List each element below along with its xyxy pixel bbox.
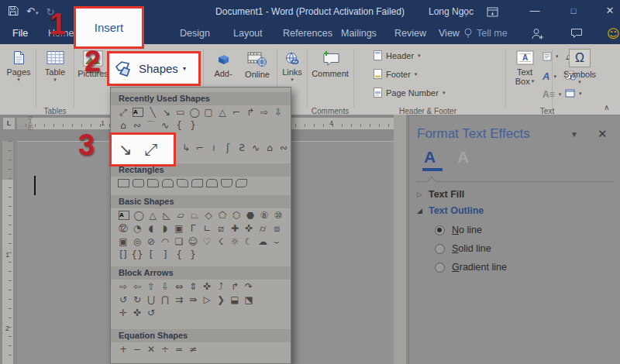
shape-block-arc[interactable]: ◠: [158, 235, 172, 248]
shape-round-same-side-corner-rectangle[interactable]: [206, 179, 218, 187]
shape-oval[interactable]: ◯: [132, 209, 146, 221]
shape-left-right-up-arrow[interactable]: ⤴: [214, 280, 228, 293]
shape-minus[interactable]: −: [130, 343, 144, 355]
object-button[interactable]: ▾: [565, 89, 582, 98]
tab-insert[interactable]: Insert: [95, 21, 124, 34]
addins-button[interactable]: Add-: [207, 52, 239, 78]
shape-curved-down-arrow[interactable]: ⋂: [158, 294, 172, 306]
shape-arc[interactable]: ⌒: [144, 119, 158, 132]
shape-quad-arrow-callout[interactable]: ✜: [130, 307, 144, 319]
shape-notched-right-arrow[interactable]: ⇛: [186, 294, 200, 306]
shape-line-double-arrow[interactable]: ⤢: [145, 140, 158, 159]
shape-arrow-left[interactable]: ⇦: [130, 280, 144, 293]
shape-elbow-arrow-connector[interactable]: ↱: [243, 106, 257, 118]
footer-button[interactable]: Footer ▾: [374, 69, 417, 79]
shape-parallelogram[interactable]: ▱: [174, 209, 188, 221]
shape-curved-right-arrow[interactable]: ↻: [130, 294, 144, 306]
shape-left-bracket[interactable]: [: [144, 249, 158, 261]
wordart-button[interactable]: A ▾: [542, 70, 556, 82]
shape-cross[interactable]: ✚: [228, 222, 242, 235]
shape-striped-right-arrow[interactable]: ⇉: [172, 294, 186, 306]
shape-curve[interactable]: ∿: [158, 119, 172, 132]
shape-bevel[interactable]: ▣: [116, 235, 130, 248]
radio-gradient-line[interactable]: Gradient line: [435, 262, 507, 273]
collapse-ribbon-icon[interactable]: ∧: [604, 103, 609, 112]
shapes-button[interactable]: Shapes: [139, 62, 178, 75]
pages-button[interactable]: Pages ▾: [3, 50, 34, 83]
shape-arc-2[interactable]: ⌣: [270, 235, 284, 248]
shape-quad-arrow[interactable]: ✜: [200, 280, 214, 293]
shape-scribble[interactable]: ∾: [277, 142, 291, 154]
shape-trapezoid[interactable]: ⏢: [188, 209, 202, 221]
shape-freeform[interactable]: ⌂: [116, 119, 130, 132]
user-account[interactable]: Long Ngọc: [429, 6, 474, 17]
shape-right-brace[interactable]: }: [186, 249, 200, 261]
shape-pie[interactable]: ◔: [130, 222, 144, 235]
shape-curved-up-arrow[interactable]: ⋃: [144, 294, 158, 306]
radio-button[interactable]: [435, 263, 445, 273]
shape-snip-same-side-corner-rectangle[interactable]: [162, 179, 174, 187]
panel-close-icon[interactable]: ✕: [598, 127, 608, 141]
tab-tell-me[interactable]: Tell me: [463, 28, 508, 39]
page-number-button[interactable]: Page Number ▾: [374, 88, 445, 98]
shape-cloud[interactable]: ☁: [256, 235, 270, 248]
shape-smiley-face[interactable]: ☺: [186, 235, 200, 248]
shape-frame[interactable]: ▣: [172, 222, 186, 235]
shape-equal[interactable]: =: [172, 343, 186, 355]
shape-curved-double-arrow-connector[interactable]: Ƨ: [235, 142, 249, 154]
radio-button[interactable]: [435, 225, 445, 235]
shape-plaque[interactable]: ✜: [242, 222, 256, 235]
shape-isosceles-triangle[interactable]: △: [146, 209, 160, 221]
share-person-icon[interactable]: [531, 28, 544, 43]
shape-arrow-down[interactable]: ⇩: [158, 280, 172, 293]
shape-half-frame[interactable]: Γ: [186, 222, 200, 235]
shape-not-equal[interactable]: ≠: [186, 343, 200, 355]
maximize-button[interactable]: □: [565, 6, 582, 15]
shape-curved-arrow-connector[interactable]: ʃ: [221, 142, 235, 154]
shape-u-turn-arrow[interactable]: ↷: [242, 280, 256, 293]
shape-regular-pentagon[interactable]: ⬠: [215, 209, 229, 221]
header-button[interactable]: Header ▾: [374, 50, 421, 60]
close-button[interactable]: ✕: [601, 5, 618, 16]
comment-bubble-icon[interactable]: [570, 28, 583, 42]
shape-sun[interactable]: ☼: [228, 235, 242, 248]
shape-circular-arrow[interactable]: ↺: [144, 307, 158, 319]
tab-layout[interactable]: Layout: [233, 28, 263, 39]
shape-no-symbol[interactable]: ⊘: [144, 235, 158, 248]
comment-button[interactable]: Comment: [309, 50, 351, 78]
tab-file[interactable]: File: [12, 28, 28, 39]
shape-curved-connector[interactable]: ≀: [207, 142, 221, 154]
shape-oval[interactable]: ◯: [188, 106, 202, 118]
shape-right-bracket[interactable]: ]: [158, 249, 172, 261]
shape-block-arrow-down[interactable]: ⇩: [271, 106, 285, 118]
shape-line-double-arrow[interactable]: ⤢: [116, 106, 130, 118]
drop-cap-button[interactable]: A≡ ▾: [542, 89, 561, 100]
shape-pentagon-arrow[interactable]: ▷: [200, 294, 214, 306]
shape-line-arrow[interactable]: ↘: [160, 106, 174, 118]
text-box-button[interactable]: A Text Box▾: [510, 50, 539, 86]
shape-diamond[interactable]: ◇: [202, 209, 215, 221]
radio-solid-line[interactable]: Solid line: [435, 243, 491, 254]
shape-folded-corner[interactable]: ❏: [172, 235, 186, 248]
shape-hexagon[interactable]: ⬡: [229, 209, 243, 221]
text-fill-section[interactable]: ▷ Text Fill: [417, 189, 464, 200]
shape-plus[interactable]: +: [116, 343, 130, 355]
shape-l-shape[interactable]: ∟: [200, 222, 214, 235]
shape-heptagon[interactable]: ⬣: [243, 209, 257, 221]
shape-lightning-bolt[interactable]: ☇: [214, 235, 228, 248]
shape-rectangle[interactable]: ▭: [174, 106, 188, 118]
table-button[interactable]: Table ▾: [39, 50, 71, 83]
shape-curved-left-arrow[interactable]: ↺: [116, 294, 130, 306]
shape-scribble[interactable]: ∾: [130, 119, 144, 132]
tab-mailings[interactable]: Mailings: [341, 28, 377, 39]
shape-round-diagonal-corner-rectangle[interactable]: [236, 179, 247, 187]
text-outline-section[interactable]: ◢ Text Outline: [417, 205, 484, 216]
tab-references[interactable]: References: [283, 28, 332, 39]
shape-line[interactable]: ╲: [146, 106, 160, 118]
shape-line-arrow[interactable]: ↘: [119, 140, 133, 159]
tab-design[interactable]: Design: [180, 28, 210, 39]
shape-elbow-arrow-connector[interactable]: ↳: [179, 142, 193, 154]
shape-freeform[interactable]: ⌂: [263, 142, 277, 154]
shape-double-brace[interactable]: {}: [130, 249, 144, 261]
shape-decagon[interactable]: ⑩: [271, 209, 285, 221]
